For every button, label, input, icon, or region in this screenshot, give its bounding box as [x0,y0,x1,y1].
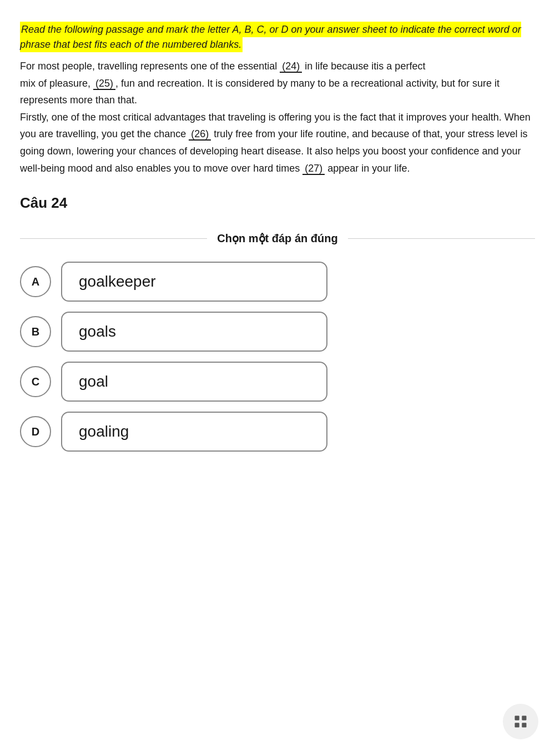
choose-label: Chọn một đáp án đúng [217,232,337,245]
blank-26: (26) [189,128,211,141]
blank-25: (25) [93,78,115,90]
question-title: Câu 24 [20,194,535,212]
svg-rect-1 [522,716,526,720]
passage-text: For most people, travelling represents o… [20,58,535,177]
option-box-b[interactable]: goals [61,312,327,352]
option-circle-b: B [20,316,51,347]
option-row-d[interactable]: D goaling [20,412,535,452]
option-row-c[interactable]: C goal [20,362,535,402]
option-circle-d: D [20,416,51,447]
divider-right [348,238,535,239]
svg-rect-2 [515,723,519,727]
option-row-a[interactable]: A goalkeeper [20,262,535,302]
option-box-a[interactable]: goalkeeper [61,262,327,302]
option-row-b[interactable]: B goals [20,312,535,352]
option-circle-c: C [20,366,51,397]
blank-24: (24) [280,61,302,73]
option-box-d[interactable]: goaling [61,412,327,452]
svg-rect-0 [515,716,519,720]
passage-instruction: Read the following passage and mark the … [20,22,521,52]
blank-27: (27) [302,163,325,175]
svg-rect-3 [522,723,526,727]
divider-left [20,238,207,239]
passage-instruction-block: Read the following passage and mark the … [20,22,535,52]
choose-answer-divider: Chọn một đáp án đúng [20,232,535,245]
options-list: A goalkeeper B goals C goal D goaling [20,262,535,452]
option-circle-a: A [20,266,51,297]
grid-icon[interactable] [503,704,538,739]
option-box-c[interactable]: goal [61,362,327,402]
grid-svg [513,714,528,729]
